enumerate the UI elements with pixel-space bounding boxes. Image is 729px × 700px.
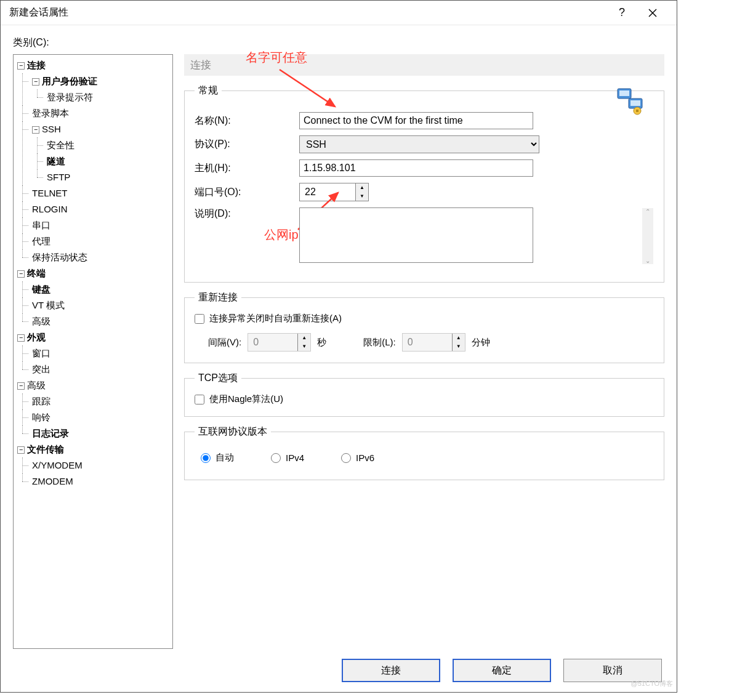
port-input[interactable] bbox=[300, 183, 355, 201]
interval-label: 间隔(V): bbox=[208, 337, 241, 348]
tree-tunnel[interactable]: 隧道 bbox=[47, 156, 65, 166]
scrollbar[interactable]: ⌃⌄ bbox=[642, 208, 653, 264]
tree-appearance[interactable]: 外观 bbox=[27, 332, 46, 342]
svg-rect-9 bbox=[636, 110, 638, 112]
tree-trace[interactable]: 跟踪 bbox=[32, 396, 50, 406]
host-input[interactable] bbox=[299, 159, 533, 177]
tree-security[interactable]: 安全性 bbox=[47, 140, 75, 150]
expand-toggle[interactable]: − bbox=[17, 270, 25, 278]
category-tree[interactable]: −连接 −用户身份验证 登录提示符 登录脚本 −SSH 安全性 bbox=[13, 54, 173, 649]
name-input[interactable] bbox=[299, 112, 533, 129]
tree-auth[interactable]: 用户身份验证 bbox=[42, 76, 97, 86]
interval-spin-down[interactable]: ▼ bbox=[298, 342, 310, 351]
titlebar: 新建会话属性 ? bbox=[1, 1, 677, 25]
auto-reconnect-label: 连接异常关闭时自动重新连接(A) bbox=[209, 313, 342, 324]
close-icon bbox=[648, 9, 657, 17]
limit-label: 限制(L): bbox=[363, 337, 396, 348]
tree-xymodem[interactable]: X/YMODEM bbox=[32, 460, 83, 470]
tree-ssh[interactable]: SSH bbox=[42, 124, 61, 134]
minutes-label: 分钟 bbox=[472, 337, 490, 348]
ipv6-label: IPv6 bbox=[356, 453, 374, 463]
limit-input[interactable] bbox=[403, 334, 452, 351]
tree-keyboard[interactable]: 键盘 bbox=[32, 284, 50, 294]
tree-advanced[interactable]: 高级 bbox=[27, 380, 46, 390]
watermark: @51CTO博客 bbox=[631, 679, 673, 688]
expand-toggle[interactable]: − bbox=[17, 62, 25, 70]
reconnect-group: 重新连接 连接异常关闭时自动重新连接(A) 间隔(V): ▲▼ 秒 限制(L bbox=[184, 291, 664, 363]
ipversion-legend: 互联网协议版本 bbox=[195, 425, 271, 438]
tree-terminal[interactable]: 终端 bbox=[27, 268, 46, 278]
panel-header: 连接 bbox=[184, 54, 664, 76]
expand-toggle[interactable]: − bbox=[32, 126, 39, 134]
connection-icon bbox=[615, 85, 646, 118]
tree-filetransfer[interactable]: 文件传输 bbox=[27, 444, 64, 454]
svg-rect-7 bbox=[630, 100, 640, 106]
category-label: 类别(C): bbox=[13, 36, 664, 49]
expand-toggle[interactable]: − bbox=[17, 334, 25, 342]
settings-panel: 连接 名字可任意 公网ip 常规 bbox=[184, 54, 664, 649]
tree-rlogin[interactable]: RLOGIN bbox=[32, 204, 68, 214]
desc-label: 说明(D): bbox=[195, 207, 293, 220]
limit-spin-up[interactable]: ▲ bbox=[453, 334, 465, 342]
dialog-buttons: 连接 确定 取消 bbox=[13, 649, 664, 692]
window-title: 新建会话属性 bbox=[9, 6, 606, 19]
ipversion-group: 互联网协议版本 自动 IPv4 IPv6 bbox=[184, 425, 664, 480]
seconds-label: 秒 bbox=[317, 337, 326, 348]
general-group: 常规 名称(N): bbox=[184, 84, 664, 283]
dialog-window: 新建会话属性 ? 类别(C): −连接 −用户身份验证 登录提示符 bbox=[0, 0, 677, 693]
svg-rect-5 bbox=[619, 91, 629, 96]
reconnect-legend: 重新连接 bbox=[195, 291, 241, 304]
interval-input[interactable] bbox=[248, 334, 297, 351]
auto-reconnect-checkbox[interactable] bbox=[195, 314, 204, 324]
tree-login-prompt[interactable]: 登录提示符 bbox=[47, 92, 93, 102]
port-label: 端口号(O): bbox=[195, 186, 293, 199]
nagle-checkbox[interactable] bbox=[195, 395, 204, 404]
ipv4-label: IPv4 bbox=[286, 453, 304, 463]
tree-bell[interactable]: 响铃 bbox=[32, 412, 50, 422]
name-label: 名称(N): bbox=[195, 115, 293, 127]
limit-spin-down[interactable]: ▼ bbox=[453, 342, 465, 351]
ip-auto-label: 自动 bbox=[215, 452, 234, 464]
tree-login-script[interactable]: 登录脚本 bbox=[32, 108, 69, 118]
tree-sftp[interactable]: SFTP bbox=[47, 172, 70, 182]
tree-telnet[interactable]: TELNET bbox=[32, 188, 68, 198]
expand-toggle[interactable]: − bbox=[32, 78, 39, 86]
host-label: 主机(H): bbox=[195, 162, 293, 175]
nagle-label: 使用Nagle算法(U) bbox=[209, 393, 283, 405]
close-button[interactable] bbox=[637, 1, 668, 25]
ok-button[interactable]: 确定 bbox=[453, 659, 551, 682]
protocol-label: 协议(P): bbox=[195, 138, 293, 151]
tree-highlight[interactable]: 突出 bbox=[32, 364, 50, 374]
tree-vtmode[interactable]: VT 模式 bbox=[32, 300, 65, 310]
description-textarea[interactable] bbox=[299, 207, 533, 263]
interval-spin-up[interactable]: ▲ bbox=[298, 334, 310, 342]
tcp-legend: TCP选项 bbox=[195, 372, 241, 385]
tree-logging[interactable]: 日志记录 bbox=[32, 428, 69, 438]
expand-toggle[interactable]: − bbox=[17, 382, 25, 390]
expand-toggle[interactable]: − bbox=[17, 446, 25, 454]
tree-advanced-term[interactable]: 高级 bbox=[32, 316, 50, 326]
help-button[interactable]: ? bbox=[606, 1, 637, 25]
tcp-group: TCP选项 使用Nagle算法(U) bbox=[184, 372, 664, 417]
tree-zmodem[interactable]: ZMODEM bbox=[32, 476, 73, 486]
tree-keepalive[interactable]: 保持活动状态 bbox=[32, 252, 87, 262]
tree-window[interactable]: 窗口 bbox=[32, 348, 50, 358]
ipv4-radio[interactable] bbox=[271, 453, 281, 463]
tree-connection[interactable]: 连接 bbox=[27, 60, 46, 70]
ip-auto-radio[interactable] bbox=[201, 453, 211, 463]
protocol-select[interactable]: SSH bbox=[299, 135, 539, 153]
general-legend: 常规 bbox=[195, 84, 222, 97]
ipv6-radio[interactable] bbox=[341, 453, 351, 463]
connect-button[interactable]: 连接 bbox=[342, 659, 440, 682]
tree-proxy[interactable]: 代理 bbox=[32, 236, 50, 246]
port-spin-up[interactable]: ▲ bbox=[356, 183, 368, 192]
tree-serial[interactable]: 串口 bbox=[32, 220, 50, 230]
port-spin-down[interactable]: ▼ bbox=[356, 192, 368, 201]
